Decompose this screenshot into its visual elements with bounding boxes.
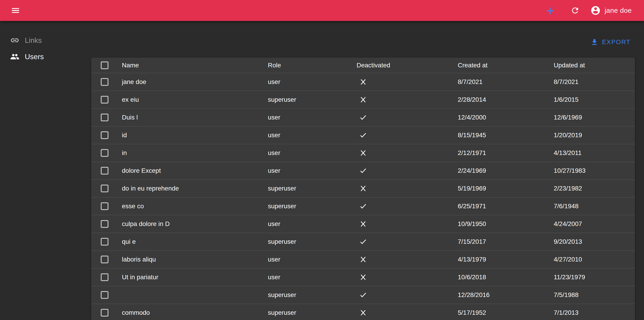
cell-created: 6/25/1971 — [458, 203, 554, 210]
check-icon — [359, 202, 368, 210]
cell-role: superuser — [268, 238, 356, 245]
table-row[interactable]: superuser 12/28/2016 7/5/1988 — [91, 286, 635, 304]
cell-updated: 11/23/1979 — [554, 273, 635, 281]
cell-updated: 9/20/2013 — [554, 238, 635, 245]
row-checkbox[interactable] — [101, 96, 108, 104]
cell-name: commodo — [122, 309, 268, 316]
cell-created: 10/6/2018 — [458, 273, 554, 281]
cell-updated: 2/23/1982 — [554, 185, 635, 192]
check-icon — [359, 113, 368, 122]
table-row[interactable]: dolore Except user 2/24/1969 10/27/1983 — [91, 162, 635, 180]
table-row[interactable]: Duis l user 12/4/2000 12/6/1969 — [91, 109, 635, 127]
sidebar-item-label: Users — [25, 53, 44, 61]
table-row[interactable]: id user 8/15/1945 1/20/2019 — [91, 127, 635, 144]
cell-role: user — [268, 167, 356, 174]
table-row[interactable]: Ut in pariatur user 10/6/2018 11/23/1979 — [91, 268, 635, 286]
cell-created: 8/15/1945 — [458, 132, 554, 139]
table-row[interactable]: culpa dolore in D user 10/9/1950 4/24/20… — [91, 215, 635, 233]
column-header-created-at[interactable]: Created at — [458, 62, 554, 69]
cell-role: user — [268, 273, 356, 281]
row-checkbox[interactable] — [101, 131, 108, 139]
table-row[interactable]: jane doe user 8/7/2021 8/7/2021 — [91, 73, 635, 91]
row-checkbox[interactable] — [101, 202, 108, 210]
create-button[interactable] — [543, 4, 557, 17]
clear-icon — [359, 95, 368, 104]
clear-icon — [359, 78, 368, 86]
table-row[interactable]: do in eu reprehende superuser 5/19/1969 … — [91, 180, 635, 198]
clear-icon — [359, 273, 368, 281]
export-button-label: EXPORT — [602, 39, 630, 46]
cell-created: 5/17/1952 — [458, 309, 554, 316]
cell-updated: 10/27/1983 — [554, 167, 635, 174]
users-table-card: Name Role Deactivated Created at Updated… — [91, 58, 635, 320]
cell-role: superuser — [268, 309, 356, 316]
cell-updated: 4/13/2011 — [554, 149, 635, 157]
row-checkbox[interactable] — [101, 149, 108, 157]
row-checkbox[interactable] — [101, 291, 108, 299]
row-checkbox[interactable] — [101, 167, 108, 175]
cell-updated: 7/6/1948 — [554, 203, 635, 210]
cell-updated: 4/24/2007 — [554, 220, 635, 228]
row-checkbox[interactable] — [101, 78, 108, 86]
cell-created: 12/28/2016 — [458, 291, 554, 298]
column-header-updated-at[interactable]: Updated at — [554, 62, 635, 69]
select-all-checkbox[interactable] — [101, 62, 108, 69]
cell-created: 2/24/1969 — [458, 167, 554, 174]
cell-updated: 1/20/2019 — [554, 132, 635, 139]
cell-name: Duis l — [122, 114, 268, 121]
refresh-icon — [570, 6, 580, 15]
clear-icon — [359, 149, 368, 157]
column-header-name[interactable]: Name — [122, 62, 268, 69]
add-icon — [546, 6, 555, 15]
table-row[interactable]: laboris aliqu user 4/13/1979 4/27/2010 — [91, 251, 635, 268]
row-checkbox[interactable] — [101, 309, 108, 316]
cell-role: superuser — [268, 203, 356, 210]
cell-updated: 7/5/1988 — [554, 291, 635, 298]
row-checkbox[interactable] — [101, 256, 108, 263]
link-icon — [10, 36, 19, 45]
cell-name: laboris aliqu — [122, 256, 268, 263]
cell-created: 5/19/1969 — [458, 185, 554, 192]
appbar: jane doe — [0, 0, 644, 21]
sidebar-item-users[interactable]: Users — [0, 49, 91, 65]
cell-updated: 1/6/2015 — [554, 96, 635, 103]
table-row[interactable]: commodo superuser 5/17/1952 7/1/2013 — [91, 304, 635, 320]
sidebar: Links Users — [0, 21, 91, 320]
row-checkbox[interactable] — [101, 185, 108, 192]
export-button[interactable]: EXPORT — [589, 36, 632, 48]
cell-created: 2/28/2014 — [458, 96, 554, 103]
cell-updated: 12/6/1969 — [554, 114, 635, 121]
check-icon — [359, 237, 368, 246]
cell-role: user — [268, 256, 356, 263]
cell-created: 4/13/1979 — [458, 256, 554, 263]
table-row[interactable]: esse co superuser 6/25/1971 7/6/1948 — [91, 198, 635, 215]
table-row[interactable]: ex eiu superuser 2/28/2014 1/6/2015 — [91, 91, 635, 109]
download-icon — [590, 38, 598, 46]
row-checkbox[interactable] — [101, 238, 108, 246]
table-row[interactable]: qui e superuser 7/15/2017 9/20/2013 — [91, 233, 635, 251]
cell-created: 12/4/2000 — [458, 114, 554, 121]
user-menu-button[interactable] — [589, 4, 602, 17]
cell-name: dolore Except — [122, 167, 268, 174]
appbar-username: jane doe — [605, 7, 632, 14]
refresh-button[interactable] — [568, 4, 582, 17]
row-checkbox[interactable] — [101, 273, 108, 281]
cell-name: culpa dolore in D — [122, 220, 268, 228]
cell-updated: 4/27/2010 — [554, 256, 635, 263]
sidebar-item-links[interactable]: Links — [0, 32, 91, 49]
cell-name: ex eiu — [122, 96, 268, 103]
cell-role: superuser — [268, 185, 356, 192]
table-body: jane doe user 8/7/2021 8/7/2021 ex eiu s… — [91, 73, 635, 320]
table-row[interactable]: in user 2/12/1971 4/13/2011 — [91, 144, 635, 162]
cell-created: 10/9/1950 — [458, 220, 554, 228]
cell-role: user — [268, 78, 356, 86]
cell-role: superuser — [268, 291, 356, 298]
row-checkbox[interactable] — [101, 114, 108, 121]
hamburger-menu-button[interactable] — [9, 4, 22, 17]
column-header-role[interactable]: Role — [268, 62, 356, 69]
sidebar-item-label: Links — [25, 36, 42, 45]
row-checkbox[interactable] — [101, 220, 108, 228]
cell-name: id — [122, 132, 268, 139]
column-header-deactivated[interactable]: Deactivated — [356, 62, 458, 69]
cell-updated: 7/1/2013 — [554, 309, 635, 316]
